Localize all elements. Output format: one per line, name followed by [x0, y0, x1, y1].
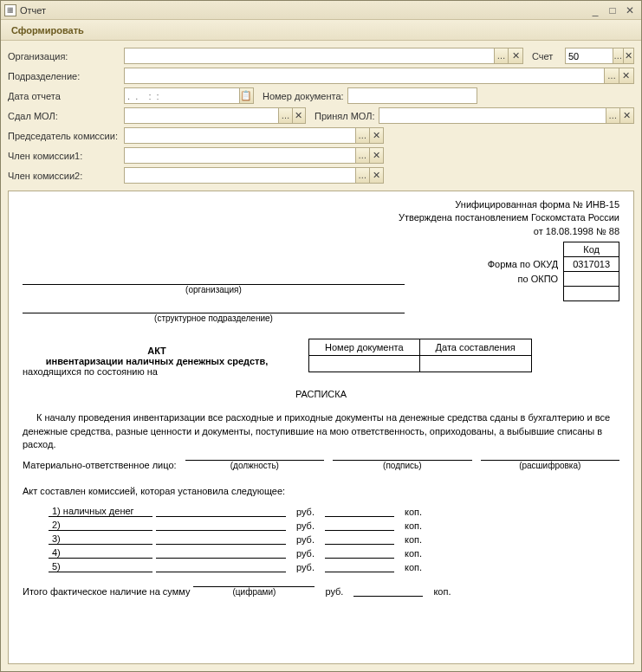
doc-form-line3: от 18.08.1998 № 88	[23, 225, 619, 238]
doc-form-line2: Утверждена постановлением Госкомстата Ро…	[23, 211, 619, 224]
date-input[interactable]	[125, 88, 239, 103]
member2-input[interactable]	[125, 168, 355, 183]
select-icon[interactable]: …	[613, 48, 623, 63]
okud-value: 0317013	[564, 257, 619, 272]
maximize-button[interactable]: □	[605, 3, 620, 17]
act-sub2: находящихся по состоянию на	[23, 366, 291, 377]
select-icon[interactable]: …	[278, 108, 291, 123]
dept-input[interactable]	[125, 68, 604, 83]
okpo-label: по ОКПО	[479, 272, 564, 287]
close-button[interactable]: ✕	[622, 3, 638, 17]
act-sub: инвентаризации наличных денежных средств…	[23, 356, 291, 366]
clear-icon[interactable]: ✕	[623, 48, 633, 63]
label-org: Организация:	[8, 51, 120, 61]
doc-para: К началу проведения инвентаризации все р…	[23, 411, 619, 451]
clear-icon[interactable]: ✕	[292, 108, 305, 123]
mol-label: Материально-ответственное лицо:	[23, 460, 177, 470]
account-input[interactable]	[566, 48, 613, 63]
kod-head: Код	[564, 242, 619, 257]
label-prinal: Принял МОЛ:	[315, 111, 375, 121]
select-icon[interactable]: …	[494, 48, 509, 63]
docnum-input[interactable]	[348, 88, 477, 103]
org-input[interactable]	[125, 48, 494, 63]
select-icon[interactable]: …	[355, 148, 369, 163]
label-docnum: Номер документа:	[263, 91, 344, 101]
struct-sub: (структурное подразделение)	[23, 313, 405, 323]
okud-label: Форма по ОКУД	[479, 257, 564, 272]
label-member1: Член комиссии1:	[8, 151, 120, 161]
window-icon: ▦	[4, 4, 16, 16]
label-dept: Подразделение:	[8, 71, 120, 81]
document-preview: Унифицированная форма № ИНВ-15 Утвержден…	[8, 191, 634, 664]
form-button[interactable]: Сформировать	[6, 23, 89, 37]
total-label: Итого фактическое наличие на сумму	[23, 586, 190, 597]
sdal-input[interactable]	[125, 108, 278, 123]
label-chairman: Председатель комиссии:	[8, 131, 120, 141]
clear-icon[interactable]: ✕	[369, 168, 383, 183]
clear-icon[interactable]: ✕	[369, 148, 383, 163]
label-account: Счет	[532, 51, 561, 61]
member1-input[interactable]	[125, 148, 355, 163]
mini-h2: Дата составления	[419, 339, 531, 356]
clear-icon[interactable]: ✕	[508, 48, 522, 63]
select-icon[interactable]: …	[604, 68, 619, 83]
raspiska: РАСПИСКА	[23, 389, 619, 399]
clear-icon[interactable]: ✕	[369, 128, 383, 143]
window-title: Отчет	[20, 5, 587, 16]
act-title: АКТ	[23, 339, 291, 356]
label-member2: Член комиссии2:	[8, 171, 120, 181]
mini-h1: Номер документа	[309, 339, 420, 356]
clear-icon[interactable]: ✕	[619, 68, 633, 83]
commission-line: Акт составлен комиссией, которая установ…	[23, 486, 619, 496]
select-icon[interactable]: …	[355, 128, 369, 143]
select-icon[interactable]: …	[606, 108, 619, 123]
calendar-icon[interactable]: 📋	[239, 88, 253, 103]
chairman-input[interactable]	[125, 128, 355, 143]
minimize-button[interactable]: _	[587, 3, 603, 17]
org-sub: (организация)	[23, 285, 405, 294]
prinal-input[interactable]	[379, 108, 606, 123]
clear-icon[interactable]: ✕	[619, 108, 633, 123]
label-date: Дата отчета	[8, 91, 120, 101]
select-icon[interactable]: …	[355, 168, 369, 183]
doc-form-line1: Унифицированная форма № ИНВ-15	[23, 198, 619, 211]
label-sdal: Сдал МОЛ:	[8, 111, 120, 121]
